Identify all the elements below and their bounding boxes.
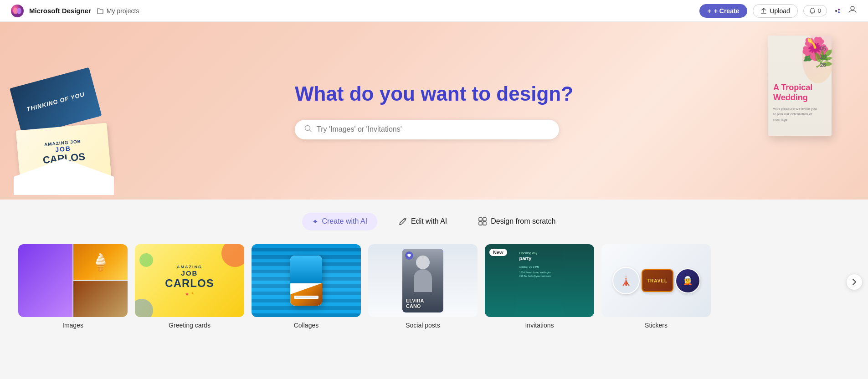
card-invitations-thumb: New Opening day party october 29 2 PM 12… <box>485 244 594 317</box>
navbar: Microsoft Designer My projects + + Creat… <box>0 0 868 22</box>
upload-button[interactable]: Upload <box>753 4 797 18</box>
search-icon <box>304 124 312 135</box>
create-plus-icon: + <box>708 7 711 15</box>
hero-title: What do you want to design? <box>295 82 573 106</box>
img-tile-purple <box>18 244 72 317</box>
svg-point-5 <box>838 11 840 13</box>
design-scratch-label: Design from scratch <box>491 217 555 225</box>
greeting-amazing: AMAZING <box>165 265 214 269</box>
img-tile-icecream: 🍦 <box>73 244 128 280</box>
design-from-scratch-button[interactable]: Design from scratch <box>468 212 565 230</box>
social-name-line1: ELVIRA <box>406 298 440 303</box>
card-greeting[interactable]: AMAZING JOB CARLOS ★ ★ Greeting cards <box>135 244 244 329</box>
svg-rect-9 <box>483 218 486 221</box>
hero-deco-right: 🌺 🌿 05 15 26 A Tropical Wedding with ple… <box>768 36 832 136</box>
inv-date: october 29 2 PM <box>519 265 560 269</box>
cards-section: 🍦 Images AMAZING JOB CARLOS ★ ★ <box>0 240 868 343</box>
brand-name: Microsoft Designer <box>29 7 91 15</box>
social-card-inner: ELVIRA CANO <box>402 249 443 312</box>
sticker-travel: TRAVEL <box>642 269 673 292</box>
card-stickers[interactable]: 🗼 TRAVEL 🧝 Stickers <box>601 244 711 329</box>
search-bar[interactable] <box>295 120 559 139</box>
search-input[interactable] <box>317 125 550 133</box>
star-1: ★ <box>185 292 189 297</box>
user-profile-button[interactable] <box>848 5 857 16</box>
inv-address: 1234 Street Lane, Wellington #10 To: hel… <box>519 271 560 278</box>
svg-rect-11 <box>483 222 486 225</box>
card-social-label: Social posts <box>368 322 478 329</box>
upload-icon <box>760 8 767 14</box>
sticker-girl: 🧝 <box>675 268 700 293</box>
invitation-card-inner: Opening day party october 29 2 PM 1234 S… <box>516 247 564 314</box>
actions-bar: ✦ Create with AI Edit with AI Design fro… <box>0 200 868 240</box>
ms-designer-logo <box>11 5 24 17</box>
svg-point-2 <box>17 8 21 14</box>
wedding-title: A Tropical Wedding <box>773 83 826 102</box>
greeting-job: JOB <box>165 269 214 277</box>
svg-point-6 <box>851 6 854 10</box>
wedding-date: 05 15 26 <box>773 45 826 69</box>
upload-label: Upload <box>770 7 790 15</box>
nav-right: + + Create Upload 0 <box>699 4 857 18</box>
notification-count: 0 <box>818 7 821 14</box>
card-collages-label: Collages <box>252 322 361 329</box>
create-label: + Create <box>714 7 740 15</box>
wedding-details: with pleasure we invite you to join our … <box>773 106 826 123</box>
notification-badge[interactable]: 0 <box>803 5 827 16</box>
sticker-travel-text: TRAVEL <box>647 278 668 283</box>
sticker-eiffel: 🗼 <box>612 267 640 294</box>
my-projects-label: My projects <box>107 7 139 15</box>
greeting-carlos: CARLOS <box>165 277 214 290</box>
card-collages[interactable]: Collages <box>252 244 361 329</box>
sparkle-icon: ✦ <box>312 217 318 226</box>
more-options-button[interactable] <box>832 6 842 16</box>
svg-point-4 <box>838 9 840 10</box>
img-tile-brown <box>73 281 128 317</box>
card-social[interactable]: ELVIRA CANO Social posts <box>368 244 478 329</box>
dots-icon <box>832 6 842 16</box>
card-images-label: Images <box>18 322 128 329</box>
nav-left: Microsoft Designer My projects <box>11 5 139 17</box>
new-badge: New <box>489 249 507 256</box>
edit-with-ai-button[interactable]: Edit with AI <box>388 212 457 230</box>
create-ai-label: Create with AI <box>322 217 367 225</box>
create-with-ai-button[interactable]: ✦ Create with AI <box>302 213 377 230</box>
collage-inner <box>252 244 361 317</box>
svg-rect-8 <box>479 218 482 221</box>
my-projects-link[interactable]: My projects <box>97 7 139 15</box>
card-stickers-thumb: 🗼 TRAVEL 🧝 <box>601 244 711 317</box>
card-images[interactable]: 🍦 Images <box>18 244 128 329</box>
star-2: ★ <box>191 292 194 297</box>
design-scratch-icon <box>478 217 487 226</box>
social-name-line2: CANO <box>406 303 440 309</box>
inv-opening: Opening day <box>519 251 560 255</box>
inv-party: party <box>519 256 560 261</box>
carousel-next-button[interactable] <box>846 274 863 290</box>
svg-point-3 <box>835 10 837 12</box>
edit-ai-icon <box>398 217 407 226</box>
images-grid: 🍦 <box>18 244 128 317</box>
create-button[interactable]: + + Create <box>699 4 748 18</box>
card-images-thumb: 🍦 <box>18 244 128 317</box>
edit-ai-label: Edit with AI <box>411 217 447 225</box>
card-stickers-label: Stickers <box>601 322 711 329</box>
card-collages-thumb <box>252 244 361 317</box>
card-social-thumb: ELVIRA CANO <box>368 244 478 317</box>
folder-icon <box>97 7 104 15</box>
hero-deco-left: THINKING OF YOU AMAZING JOB JOB CARLOS <box>18 90 109 186</box>
card-greeting-thumb: AMAZING JOB CARLOS ★ ★ <box>135 244 244 317</box>
card-invitations-label: Invitations <box>485 322 594 329</box>
wedding-card: 🌺 🌿 05 15 26 A Tropical Wedding with ple… <box>768 36 832 136</box>
hero-center: What do you want to design? <box>295 82 573 139</box>
greeting-inner: AMAZING JOB CARLOS ★ ★ <box>135 244 244 317</box>
card-invitations[interactable]: New Opening day party october 29 2 PM 12… <box>485 244 594 329</box>
bell-icon <box>809 8 816 14</box>
svg-rect-10 <box>479 222 482 225</box>
hero-section: THINKING OF YOU AMAZING JOB JOB CARLOS <box>0 22 868 200</box>
thinking-card-text: THINKING OF YOU <box>26 91 86 113</box>
card-greeting-label: Greeting cards <box>135 322 244 329</box>
svg-point-7 <box>305 125 310 130</box>
user-icon <box>848 5 857 14</box>
like-icon <box>405 251 413 260</box>
